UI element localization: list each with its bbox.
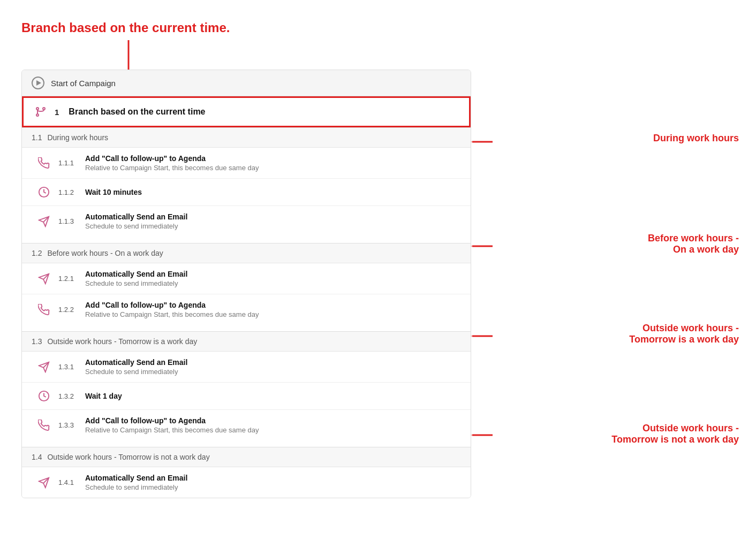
task-1-3-3-subtitle: Relative to Campaign Start, this becomes… <box>85 426 259 434</box>
branch-number: 1 <box>55 108 59 117</box>
task-1-3-1-number: 1.3.1 <box>58 363 78 371</box>
section-1-2-header: 1.2 Before work hours - On a work day <box>22 243 471 263</box>
ann-outside-work-tomorrow: Outside work hours -Tomorrow is a work d… <box>629 323 739 345</box>
section-1-3: 1.3 Outside work hours - Tomorrow is a w… <box>22 331 471 440</box>
task-1-2-1-subtitle: Schedule to send immediately <box>85 279 187 287</box>
task-1-1-3-content: Automatically Send an Email Schedule to … <box>85 212 187 230</box>
task-1-1-2-title: Wait 10 minutes <box>85 188 142 196</box>
section-1-4-title: Outside work hours - Tomorrow is not a w… <box>47 453 209 461</box>
main-annotation-label: Branch based on the current time. <box>21 20 230 35</box>
svg-point-9 <box>43 108 45 110</box>
task-1-4-1[interactable]: 1.4.1 Automatically Send an Email Schedu… <box>22 467 471 498</box>
send-icon-1-4-1 <box>37 476 51 490</box>
play-icon <box>32 77 44 89</box>
section-1-4-header: 1.4 Outside work hours - Tomorrow is not… <box>22 447 471 467</box>
section-1-1-title: During work hours <box>47 133 108 142</box>
clock-icon-1-1-2 <box>37 185 51 199</box>
task-1-1-1-content: Add "Call to follow-up" to Agenda Relati… <box>85 154 259 172</box>
clock-icon-1-3-2 <box>37 389 51 403</box>
task-1-1-3-title: Automatically Send an Email <box>85 212 187 221</box>
task-1-2-2-number: 1.2.2 <box>58 306 78 314</box>
workflow-panel: Start of Campaign 1 Branch based on the … <box>21 70 471 498</box>
task-1-4-1-number: 1.4.1 <box>58 478 78 486</box>
task-1-1-2-number: 1.1.2 <box>58 188 78 196</box>
task-1-3-1-content: Automatically Send an Email Schedule to … <box>85 358 187 376</box>
main-container: Branch based on the current time. During… <box>11 11 750 546</box>
section-1-4-number: 1.4 <box>32 453 42 461</box>
task-1-1-1-subtitle: Relative to Campaign Start, this becomes… <box>85 164 259 172</box>
task-1-1-3[interactable]: 1.1.3 Automatically Send an Email Schedu… <box>22 206 471 237</box>
send-icon-1-2-1 <box>37 272 51 286</box>
campaign-start-label: Start of Campaign <box>51 79 116 88</box>
task-1-1-2-content: Wait 10 minutes <box>85 188 142 196</box>
task-1-2-2-subtitle: Relative to Campaign Start, this becomes… <box>85 310 259 318</box>
section-1-4: 1.4 Outside work hours - Tomorrow is not… <box>22 447 471 498</box>
task-1-4-1-content: Automatically Send an Email Schedule to … <box>85 474 187 491</box>
task-1-3-2-content: Wait 1 day <box>85 392 122 400</box>
task-1-4-1-subtitle: Schedule to send immediately <box>85 483 187 491</box>
section-1-2-title: Before work hours - On a work day <box>47 249 163 257</box>
section-1-1: 1.1 During work hours 1.1.1 Add "Call to… <box>22 127 471 237</box>
ann-outside-work-not: Outside work hours -Tomorrow is not a wo… <box>611 423 739 445</box>
task-1-3-3-title: Add "Call to follow-up" to Agenda <box>85 416 259 425</box>
task-1-3-2-number: 1.3.2 <box>58 392 78 400</box>
task-1-3-2[interactable]: 1.3.2 Wait 1 day <box>22 383 471 410</box>
branch-row[interactable]: 1 Branch based on the current time <box>22 96 471 127</box>
task-1-2-2-title: Add "Call to follow-up" to Agenda <box>85 301 259 309</box>
phone-icon-1-3-3 <box>37 418 51 432</box>
task-1-3-2-title: Wait 1 day <box>85 392 122 400</box>
section-1-3-number: 1.3 <box>32 337 42 346</box>
task-1-3-3[interactable]: 1.3.3 Add "Call to follow-up" to Agenda … <box>22 410 471 440</box>
section-1-3-header: 1.3 Outside work hours - Tomorrow is a w… <box>22 332 471 352</box>
branch-icon <box>33 104 48 119</box>
task-1-4-1-title: Automatically Send an Email <box>85 474 187 482</box>
section-1-3-title: Outside work hours - Tomorrow is a work … <box>47 337 197 346</box>
task-1-3-1-title: Automatically Send an Email <box>85 358 187 367</box>
task-1-2-2-content: Add "Call to follow-up" to Agenda Relati… <box>85 301 259 318</box>
task-1-2-1[interactable]: 1.2.1 Automatically Send an Email Schedu… <box>22 263 471 294</box>
ann-before-work: Before work hours -On a work day <box>648 233 739 255</box>
task-1-1-1-number: 1.1.1 <box>58 159 78 167</box>
phone-icon-1-1-1 <box>37 156 51 170</box>
task-1-3-1[interactable]: 1.3.1 Automatically Send an Email Schedu… <box>22 352 471 383</box>
task-1-2-1-content: Automatically Send an Email Schedule to … <box>85 270 187 287</box>
section-1-2: 1.2 Before work hours - On a work day 1.… <box>22 243 471 325</box>
task-1-1-3-number: 1.1.3 <box>58 217 78 225</box>
task-1-2-1-number: 1.2.1 <box>58 275 78 283</box>
task-1-3-3-number: 1.3.3 <box>58 421 78 429</box>
task-1-2-1-title: Automatically Send an Email <box>85 270 187 278</box>
section-1-1-number: 1.1 <box>32 133 42 142</box>
branch-label: Branch based on the current time <box>69 107 205 117</box>
svg-point-8 <box>36 108 39 110</box>
task-1-3-1-subtitle: Schedule to send immediately <box>85 368 187 376</box>
campaign-start-row: Start of Campaign <box>22 70 471 96</box>
phone-icon-1-2-2 <box>37 303 51 317</box>
task-1-1-1-title: Add "Call to follow-up" to Agenda <box>85 154 259 163</box>
send-icon-1-1-3 <box>37 215 51 229</box>
task-1-1-2[interactable]: 1.1.2 Wait 10 minutes <box>22 179 471 206</box>
svg-point-7 <box>36 114 39 116</box>
ann-during-work: During work hours <box>653 133 739 144</box>
task-1-1-3-subtitle: Schedule to send immediately <box>85 222 187 230</box>
task-1-1-1[interactable]: 1.1.1 Add "Call to follow-up" to Agenda … <box>22 148 471 179</box>
task-1-2-2[interactable]: 1.2.2 Add "Call to follow-up" to Agenda … <box>22 294 471 325</box>
send-icon-1-3-1 <box>37 360 51 374</box>
section-1-1-header: 1.1 During work hours <box>22 128 471 148</box>
task-1-3-3-content: Add "Call to follow-up" to Agenda Relati… <box>85 416 259 434</box>
section-1-2-number: 1.2 <box>32 249 42 257</box>
